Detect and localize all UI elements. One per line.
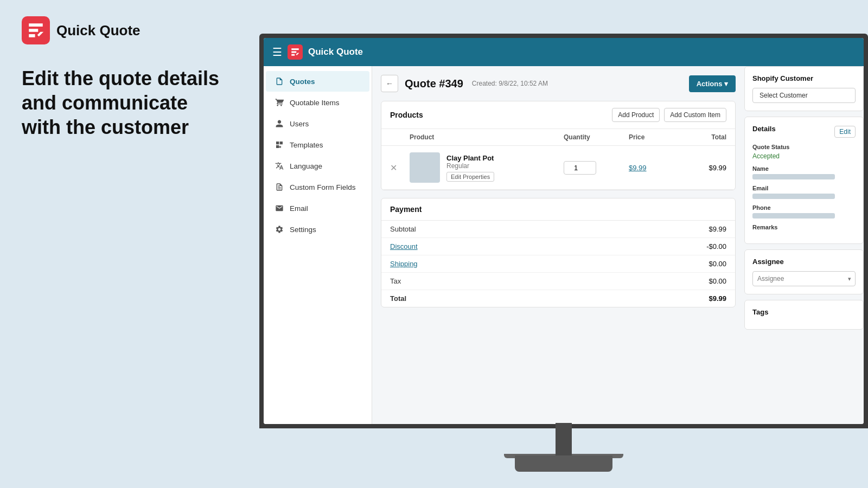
products-card: Products Add Product Add Custom Item Pro… [381,101,736,190]
sidebar-item-language[interactable]: Language [266,156,369,176]
edit-properties-button[interactable]: Edit Properties [446,172,494,182]
price-cell[interactable]: $9.99 [629,164,683,172]
quote-status-field: Quote Status Accepted [752,144,856,160]
hero-text: Edit the quote details and communicate w… [22,66,228,139]
nav-title: Quick Quote [308,47,363,57]
assignee-select-wrapper: Assignee [752,271,856,286]
discount-label[interactable]: Discount [390,242,418,251]
payment-section-title: Payment [390,205,422,214]
shopify-customer-title: Shopify Customer [752,74,856,82]
assignee-section: Assignee Assignee [744,249,864,294]
tags-section: Tags [744,300,864,330]
details-title: Details [752,125,776,133]
name-value-bar [752,174,835,179]
col-header-product: Product [410,133,564,141]
app-container: ☰ Quick Quote [264,38,864,424]
sidebar-item-label-quotes: Quotes [290,78,315,86]
document-icon [275,76,284,86]
shipping-row: Shipping $0.00 [381,255,735,273]
monitor-base [556,423,572,455]
quote-status-value: Accepted [752,152,856,160]
col-header-remove [390,133,410,141]
brand-logo-icon [27,21,45,40]
select-customer-button[interactable]: Select Customer [752,88,856,103]
products-card-header: Products Add Product Add Custom Item [381,101,735,129]
email-icon [275,203,284,213]
sidebar-item-quotes[interactable]: Quotes [266,71,369,92]
right-panel: Shopify Customer Select Customer Details… [744,66,864,424]
cart-icon [275,98,284,107]
details-edit-button[interactable]: Edit [834,126,856,138]
product-table: Product Quantity Price Total ✕ [381,129,735,190]
name-label: Name [752,165,856,172]
hamburger-icon[interactable]: ☰ [272,46,282,59]
assignee-select[interactable]: Assignee [752,271,856,286]
left-panel: Quick Quote Edit the quote details and c… [0,0,259,488]
discount-value: -$0.00 [706,242,726,251]
sidebar-item-users[interactable]: Users [266,113,369,134]
sidebar-item-quotable-items[interactable]: Quotable Items [266,92,369,113]
brand-name: Quick Quote [56,22,141,39]
sidebar-item-templates[interactable]: Templates [266,134,369,155]
shipping-label[interactable]: Shipping [390,260,418,268]
add-product-button[interactable]: Add Product [612,108,660,122]
products-section-title: Products [390,111,423,119]
monitor-wrap: ☰ Quick Quote [259,0,868,488]
sidebar-item-label-quotable-items: Quotable Items [290,99,340,107]
details-section: Details Edit Quote Status Accepted Name [744,117,864,244]
quantity-cell [564,161,629,175]
tax-value: $0.00 [709,277,726,285]
product-variant: Regular [446,162,564,170]
settings-icon [275,224,284,234]
brand-header: Quick Quote [22,16,238,44]
total-value: $9.99 [709,294,726,303]
email-field: Email [752,185,856,199]
col-header-total: Total [683,133,726,141]
assignee-title: Assignee [752,258,856,266]
add-custom-item-button[interactable]: Add Custom Item [664,108,726,122]
users-icon [275,119,284,129]
language-icon [275,161,284,171]
main-content: ← Quote #349 Created: 9/8/22, 10:52 AM A… [372,66,744,424]
sidebar-item-label-settings: Settings [290,226,316,234]
sidebar-item-custom-form-fields[interactable]: Custom Form Fields [266,177,369,197]
template-icon [275,140,284,150]
payment-card: Payment Subtotal $9.99 Discount -$0.00 S… [381,198,736,307]
col-header-price: Price [629,133,683,141]
email-value-bar [752,194,835,199]
product-name: Clay Plant Pot [446,154,564,162]
product-table-header: Product Quantity Price Total [381,129,735,146]
total-label: Total [390,294,406,303]
form-icon [275,182,284,192]
remarks-label: Remarks [752,224,856,230]
back-button[interactable]: ← [381,75,398,92]
quote-title: Quote #349 [405,78,463,90]
quote-created: Created: 9/8/22, 10:52 AM [472,80,548,87]
monitor-foot [515,455,612,472]
monitor-screen: ☰ Quick Quote [259,34,868,428]
sidebar-item-label-custom-form-fields: Custom Form Fields [290,183,356,191]
brand-logo [22,16,50,44]
quantity-input[interactable] [564,161,596,175]
shipping-value: $0.00 [709,260,726,268]
phone-value-bar [752,213,835,219]
sidebar-item-label-templates: Templates [290,141,323,149]
phone-label: Phone [752,204,856,211]
quote-status-label: Quote Status [752,144,856,150]
quote-header-left: ← Quote #349 Created: 9/8/22, 10:52 AM [381,75,548,92]
tax-row: Tax $0.00 [381,273,735,290]
name-field: Name [752,165,856,179]
payment-card-header: Payment [381,198,735,221]
remove-product[interactable]: ✕ [390,163,410,173]
email-label: Email [752,185,856,191]
sidebar-item-email[interactable]: Email [266,198,369,219]
sidebar-item-settings[interactable]: Settings [266,219,369,240]
total-row: Total $9.99 [381,290,735,307]
subtotal-row: Subtotal $9.99 [381,221,735,238]
quote-header: ← Quote #349 Created: 9/8/22, 10:52 AM A… [381,75,736,92]
tax-label: Tax [390,277,401,285]
product-details: Clay Plant Pot Regular Edit Properties [446,154,564,182]
actions-button[interactable]: Actions ▾ [689,75,736,92]
total-cell: $9.99 [683,164,726,172]
col-header-quantity: Quantity [564,133,629,141]
